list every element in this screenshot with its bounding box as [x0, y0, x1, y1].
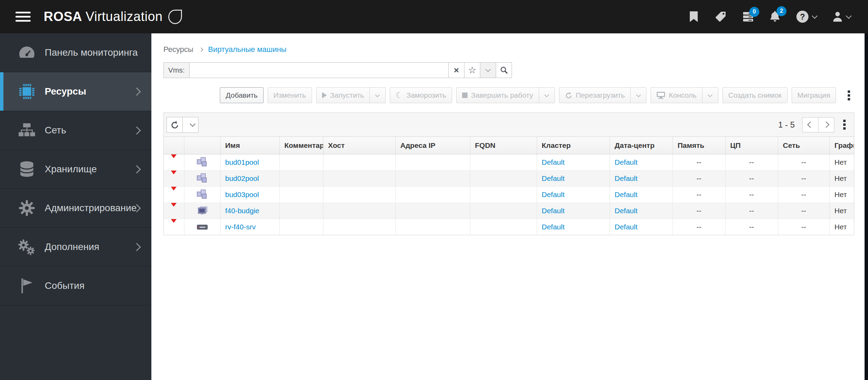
suspend-vm-button[interactable]: ☾Заморозить [390, 87, 452, 103]
column-header-comment[interactable]: Комментарий [279, 137, 323, 154]
column-header-cpu[interactable]: ЦП [725, 137, 778, 154]
edit-vm-button[interactable]: Изменить [268, 87, 312, 103]
shutdown-vm-dropdown-button[interactable] [539, 87, 555, 103]
app-window: ROSA Virtualization 0 2 ? [0, 0, 868, 380]
table-row[interactable]: bud03pool Default Default -- -- -- Нет [164, 186, 854, 203]
run-vm-button[interactable]: Запустить [316, 87, 370, 103]
vm-name-link[interactable]: bud03pool [225, 191, 259, 198]
run-vm-dropdown-button[interactable] [369, 87, 386, 103]
breadcrumb-parent[interactable]: Ресурсы [163, 45, 193, 54]
notifications-bell-icon[interactable]: 2 [769, 11, 781, 23]
storage-database-icon [16, 161, 38, 178]
pagination-range: 1 - 5 [778, 120, 795, 130]
tasks-icon[interactable]: 0 [743, 11, 753, 22]
clear-search-button[interactable]: × [448, 62, 464, 78]
column-header-graphics[interactable]: Графика [829, 137, 854, 154]
column-header-host[interactable]: Хост [323, 137, 395, 154]
cluster-link[interactable]: Default [542, 158, 565, 166]
datacenter-link[interactable]: Default [615, 191, 638, 198]
vm-name-link[interactable]: bud01pool [225, 158, 259, 166]
vm-status-down-icon [170, 203, 178, 215]
tag-icon[interactable] [715, 11, 727, 23]
column-header-datacenter[interactable]: Дата-центр [610, 137, 673, 154]
breadcrumb-current-link[interactable]: Виртуальные машины [208, 45, 287, 54]
datacenter-link[interactable]: Default [615, 223, 638, 231]
column-header-fqdn[interactable]: FQDN [470, 137, 537, 154]
host-cell [323, 203, 395, 219]
search-submit-button[interactable] [496, 62, 512, 78]
hamburger-menu-icon[interactable] [15, 9, 31, 24]
datacenter-link[interactable]: Default [615, 174, 638, 182]
chevron-right-icon [132, 165, 141, 173]
snapshot-button[interactable]: Создать снимок [722, 87, 787, 103]
vm-name-link[interactable]: f40-budgie [225, 207, 259, 215]
table-row[interactable]: bud02pool Default Default -- -- -- Нет [164, 170, 854, 186]
memory-cell: -- [673, 203, 725, 219]
stop-icon [462, 93, 468, 98]
help-icon: ? [796, 11, 808, 23]
events-flag-icon [16, 277, 38, 294]
comment-cell [279, 170, 323, 186]
toolbar-kebab-menu[interactable] [844, 88, 854, 102]
column-header-name[interactable]: Имя [220, 137, 279, 154]
network-cell: -- [778, 203, 829, 219]
comment-cell [279, 203, 323, 219]
add-vm-button[interactable]: Добавить [220, 87, 264, 103]
cluster-link[interactable]: Default [542, 174, 565, 182]
chevron-down-icon [190, 121, 195, 127]
sidebar-item-storage[interactable]: Хранилище [0, 150, 151, 189]
console-button[interactable]: Консоль [651, 87, 703, 103]
sidebar-item-network[interactable]: Сеть [0, 111, 151, 150]
brand: ROSA Virtualization [44, 9, 182, 24]
vm-pool-icon [196, 157, 208, 168]
sidebar-item-addons[interactable]: Дополнения [0, 228, 151, 267]
ip-cell [395, 219, 470, 235]
vm-pool-icon [196, 189, 208, 200]
chevron-down-icon [812, 13, 818, 19]
network-cell: -- [778, 186, 829, 203]
play-icon [322, 92, 327, 98]
vm-name-link[interactable]: bud02pool [225, 174, 259, 182]
column-header-memory[interactable]: Память [673, 137, 725, 154]
help-menu[interactable]: ? [796, 11, 817, 23]
shutdown-vm-button[interactable]: Завершить работу [456, 87, 539, 103]
table-row[interactable]: f40-budgie Default Default -- -- -- Нет [164, 203, 854, 219]
sidebar-item-events[interactable]: События [0, 267, 151, 305]
bookmark-icon[interactable] [689, 11, 699, 23]
refresh-dropdown-button[interactable] [182, 117, 199, 133]
migrate-button[interactable]: Миграция [792, 87, 836, 103]
console-dropdown-button[interactable] [702, 87, 718, 103]
user-icon [833, 11, 843, 22]
cluster-link[interactable]: Default [542, 223, 565, 231]
table-row[interactable]: bud01pool Default Default -- -- -- Нет [164, 154, 854, 170]
next-page-button[interactable] [818, 117, 834, 132]
cluster-link[interactable]: Default [542, 207, 565, 215]
graphics-cell: Нет [829, 203, 854, 219]
table-row[interactable]: rv-f40-srv Default Default -- -- -- Нет [164, 219, 854, 235]
chevron-down-icon [485, 66, 491, 72]
search-input[interactable] [190, 62, 449, 78]
refresh-button[interactable] [167, 117, 183, 133]
sidebar-item-compute[interactable]: Ресурсы [0, 72, 151, 111]
user-menu[interactable] [833, 11, 851, 22]
ip-cell [395, 154, 470, 170]
column-header-status[interactable] [164, 137, 184, 154]
reboot-vm-button[interactable]: Перезагрузить [559, 87, 631, 103]
grid-kebab-menu[interactable] [840, 118, 849, 132]
prev-page-button[interactable] [802, 117, 818, 132]
table-header-row: Имя Комментарий Хост Адреса IP FQDN Клас… [164, 137, 854, 154]
cluster-link[interactable]: Default [542, 191, 565, 198]
sidebar-item-dashboard[interactable]: Панель мониторинга [0, 33, 151, 72]
search-scope-label: Vms: [163, 62, 190, 78]
datacenter-link[interactable]: Default [615, 158, 638, 166]
column-header-ip[interactable]: Адреса IP [395, 137, 470, 154]
vm-name-link[interactable]: rv-f40-srv [225, 223, 256, 231]
column-header-type[interactable] [184, 137, 220, 154]
search-dropdown-button[interactable] [480, 62, 496, 78]
column-header-cluster[interactable]: Кластер [537, 137, 610, 154]
reboot-vm-dropdown-button[interactable] [630, 87, 646, 103]
bookmark-search-button[interactable]: ☆ [464, 62, 480, 78]
datacenter-link[interactable]: Default [615, 207, 638, 215]
sidebar-item-administration[interactable]: Администрирование [0, 189, 151, 228]
column-header-network[interactable]: Сеть [778, 137, 829, 154]
